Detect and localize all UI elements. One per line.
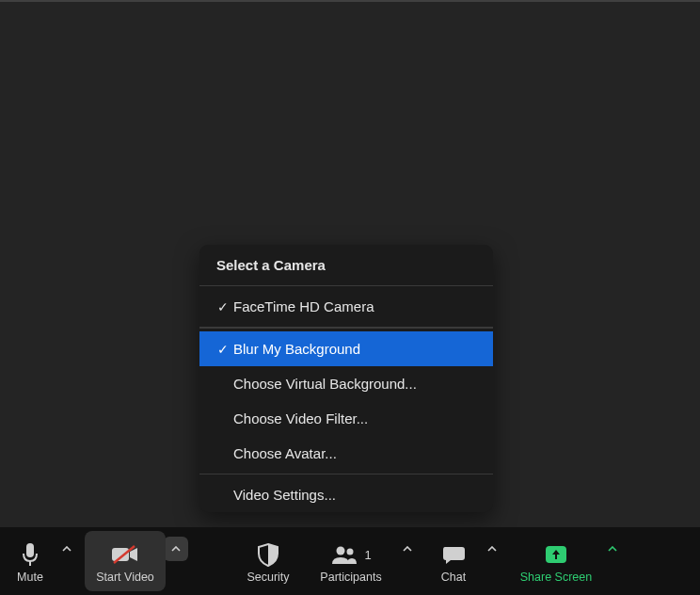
menu-item-label: Blur My Background (233, 341, 360, 357)
popup-divider (199, 474, 493, 474)
menu-item-label: Choose Virtual Background... (233, 376, 417, 392)
camera-option-facetime[interactable]: ✓ FaceTime HD Camera (199, 289, 493, 324)
menu-item-label: Choose Video Filter... (233, 410, 368, 426)
participants-button[interactable]: 1 Participants (305, 531, 397, 591)
svg-point-4 (337, 547, 345, 555)
menu-item-choose-avatar[interactable]: Choose Avatar... (199, 436, 493, 471)
share-screen-button[interactable]: Share Screen (510, 531, 602, 591)
share-screen-chevron[interactable] (600, 537, 625, 561)
participants-chevron[interactable] (395, 537, 420, 561)
svg-point-5 (347, 549, 354, 555)
toolbar-label: Mute (17, 571, 43, 584)
svg-rect-2 (112, 548, 129, 561)
check-icon: ✓ (213, 342, 233, 357)
popup-divider (199, 285, 493, 286)
toolbar-label: Participants (320, 571, 381, 584)
bottom-toolbar: Mute Start Video Security (0, 527, 700, 595)
chat-icon (441, 540, 466, 569)
toolbar-label: Security (247, 571, 289, 584)
chevron-up-icon (171, 546, 181, 552)
menu-item-video-settings[interactable]: Video Settings... (199, 477, 493, 512)
chevron-up-icon (608, 546, 617, 552)
menu-item-label: Choose Avatar... (233, 445, 337, 461)
toolbar-label: Chat (441, 571, 466, 584)
menu-item-virtual-background[interactable]: Choose Virtual Background... (199, 366, 493, 401)
popup-header: Select a Camera (199, 245, 493, 282)
security-button[interactable]: Security (231, 531, 305, 591)
video-options-popup: Select a Camera ✓ FaceTime HD Camera ✓ B… (199, 245, 493, 512)
menu-item-label: FaceTime HD Camera (233, 298, 374, 314)
shield-icon (257, 540, 279, 569)
chat-button[interactable]: Chat (425, 531, 482, 591)
mute-button[interactable]: Mute (4, 531, 56, 591)
chevron-up-icon (62, 546, 72, 552)
share-screen-icon (544, 540, 568, 569)
chevron-up-icon (403, 546, 412, 552)
check-icon: ✓ (213, 299, 233, 314)
microphone-icon (22, 540, 39, 569)
menu-item-blur-background[interactable]: ✓ Blur My Background (199, 331, 493, 366)
start-video-button[interactable]: Start Video (85, 531, 166, 591)
menu-item-video-filter[interactable]: Choose Video Filter... (199, 401, 493, 436)
start-video-chevron[interactable] (164, 537, 188, 561)
toolbar-label: Start Video (96, 571, 154, 584)
top-divider (0, 0, 700, 2)
toolbar-label: Share Screen (520, 571, 592, 584)
video-off-icon (111, 540, 139, 569)
svg-rect-0 (26, 543, 34, 557)
participants-count: 1 (364, 548, 371, 562)
chat-chevron[interactable] (480, 537, 504, 561)
popup-divider (199, 327, 493, 329)
mute-chevron[interactable] (55, 537, 79, 561)
participants-icon: 1 (330, 540, 371, 569)
menu-item-label: Video Settings... (233, 487, 336, 503)
chevron-up-icon (487, 546, 497, 552)
